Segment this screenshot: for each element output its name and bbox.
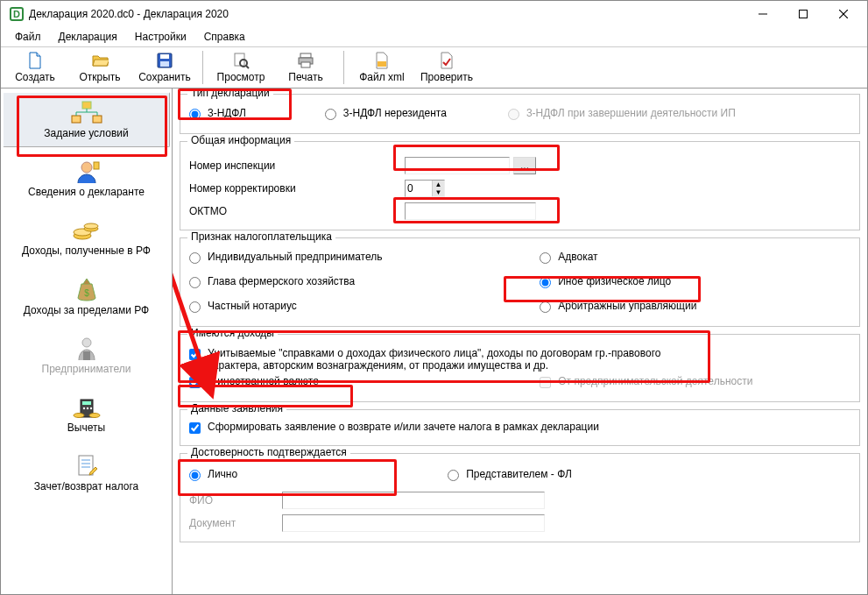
input-inspection-no[interactable] (405, 157, 510, 174)
app-window: D Декларация 2020.dc0 - Декларация 2020 … (0, 0, 868, 595)
window-title: Декларация 2020.dc0 - Декларация 2020 (29, 8, 743, 20)
radio-private-notary[interactable]: Частный нотариус (189, 300, 531, 319)
svg-rect-12 (300, 53, 311, 58)
check-foreign-currency[interactable]: В иностранной валюте (189, 375, 531, 394)
toolbar-print[interactable]: Печать (275, 48, 336, 87)
businessman-icon (74, 334, 99, 364)
group-legend: Тип декларации (187, 89, 273, 99)
label-oktmo: ОКТМО (189, 205, 399, 217)
nav-income-abroad[interactable]: $ Доходы за пределами РФ (3, 269, 170, 324)
radio-3ndfl-ip-end: 3-НДФЛ при завершении деятельности ИП (508, 107, 736, 126)
radio-personally[interactable]: Лично (189, 468, 237, 487)
file-new-icon (26, 52, 44, 69)
radio-other-individual[interactable]: Иное физическое лицо (540, 275, 850, 294)
svg-text:D: D (13, 9, 20, 19)
input-oktmo[interactable] (405, 202, 536, 220)
svg-rect-14 (301, 62, 310, 67)
menu-file[interactable]: Файл (6, 28, 50, 46)
svg-text:$: $ (84, 288, 89, 298)
moneybag-icon: $ (74, 275, 99, 305)
toolbar-new[interactable]: Создать (4, 48, 66, 87)
svg-point-34 (82, 407, 84, 409)
calculator-icon (72, 393, 102, 422)
flowchart-icon (68, 98, 105, 128)
group-legend: Имеются доходы (187, 327, 278, 339)
menu-help[interactable]: Справка (195, 28, 254, 46)
toolbar-open[interactable]: Открыть (69, 48, 131, 87)
group-have-income: Имеются доходы Учитываемые "справками о … (180, 334, 860, 402)
radio-advocate[interactable]: Адвокат (540, 251, 850, 270)
svg-rect-24 (94, 162, 99, 169)
person-icon (74, 157, 100, 187)
group-legend: Признак налогоплательщика (187, 230, 335, 243)
radio-representative[interactable]: Представителем - ФЛ (448, 468, 572, 487)
group-legend: Данные заявления (187, 402, 286, 414)
group-legend: Общая информация (187, 134, 294, 146)
radio-3ndfl[interactable]: 3-НДФЛ (189, 107, 246, 126)
input-document (282, 514, 545, 532)
label-inspection-no: Номер инспекции (189, 159, 399, 172)
check-form-refund-statement[interactable]: Сформировать заявление о возврате и/или … (189, 421, 850, 440)
check-icon (438, 52, 455, 69)
nav-offset-refund[interactable]: Зачет/возврат налога (3, 445, 170, 500)
maximize-button[interactable] (783, 1, 823, 27)
group-legend: Достоверность подтверждается (187, 446, 350, 458)
toolbar-separator (202, 51, 203, 84)
input-fio (282, 492, 545, 509)
spin-up-icon[interactable]: ▲ (433, 181, 444, 188)
side-nav: Задание условий Сведения о декларанте До… (1, 89, 173, 594)
svg-point-38 (89, 413, 100, 417)
svg-rect-8 (160, 61, 169, 67)
app-icon: D (10, 7, 24, 21)
radio-individual-entrepreneur[interactable]: Индивидуальный предприниматель (189, 251, 531, 270)
menu-declaration[interactable]: Декларация (50, 28, 126, 46)
svg-point-37 (74, 413, 84, 417)
svg-rect-31 (83, 351, 90, 360)
toolbar-save[interactable]: Сохранить (134, 48, 195, 87)
check-entrepreneur-activity: От предпринимательской деятельности (540, 375, 850, 394)
titlebar: D Декларация 2020.dc0 - Декларация 2020 (1, 1, 867, 27)
svg-point-30 (82, 338, 91, 347)
label-fio: ФИО (189, 494, 277, 506)
label-document: Документ (189, 517, 277, 529)
nav-income-rf[interactable]: Доходы, полученные в РФ (3, 209, 170, 265)
document-pen-icon (74, 451, 99, 481)
spin-down-icon[interactable]: ▼ (433, 188, 444, 196)
radio-arbitration-manager[interactable]: Арбитражный управляющий (540, 300, 850, 319)
toolbar-xml[interactable]: Файл xml (351, 48, 413, 87)
group-taxpayer-sign: Признак налогоплательщика Индивидуальный… (180, 237, 860, 327)
nav-deductions[interactable]: Вычеты (3, 386, 170, 442)
minimize-button[interactable] (743, 1, 783, 27)
nav-declarant[interactable]: Сведения о декларанте (3, 151, 170, 206)
button-pick-inspection[interactable]: ... (513, 157, 536, 174)
toolbar-check[interactable]: Проверить (416, 48, 477, 87)
menubar: Файл Декларация Настройки Справка (1, 27, 867, 46)
toolbar: Создать Открыть Сохранить Просмотр Печат… (1, 46, 867, 89)
svg-rect-17 (72, 116, 81, 123)
menu-settings[interactable]: Настройки (126, 28, 195, 46)
svg-point-36 (89, 407, 91, 409)
nav-conditions[interactable]: Задание условий (3, 92, 170, 147)
coins-icon (72, 216, 102, 245)
radio-farm-head[interactable]: Глава фермерского хозяйства (189, 275, 531, 294)
group-statement-data: Данные заявления Сформировать заявление … (180, 409, 860, 446)
save-icon (156, 52, 173, 69)
preview-icon (232, 52, 250, 69)
svg-rect-15 (378, 61, 386, 67)
body: Задание условий Сведения о декларанте До… (1, 89, 867, 594)
svg-rect-33 (82, 401, 91, 405)
check-accounted-income[interactable]: Учитываемые "справками о доходах физичес… (189, 347, 715, 372)
svg-point-28 (84, 223, 98, 229)
radio-3ndfl-nonresident[interactable]: 3-НДФЛ нерезидента (325, 107, 447, 126)
print-icon (297, 52, 314, 69)
svg-rect-16 (82, 102, 91, 109)
close-button[interactable] (823, 1, 864, 27)
svg-rect-18 (93, 116, 102, 123)
toolbar-separator (343, 51, 344, 84)
svg-point-35 (86, 407, 88, 409)
spinner-correction-no[interactable]: ▲▼ (405, 180, 445, 197)
svg-rect-3 (800, 11, 808, 18)
toolbar-preview[interactable]: Просмотр (210, 48, 272, 87)
group-general-info: Общая информация Номер инспекции ... Ном… (180, 141, 860, 230)
nav-entrepreneurs[interactable]: Предприниматели (3, 328, 170, 383)
